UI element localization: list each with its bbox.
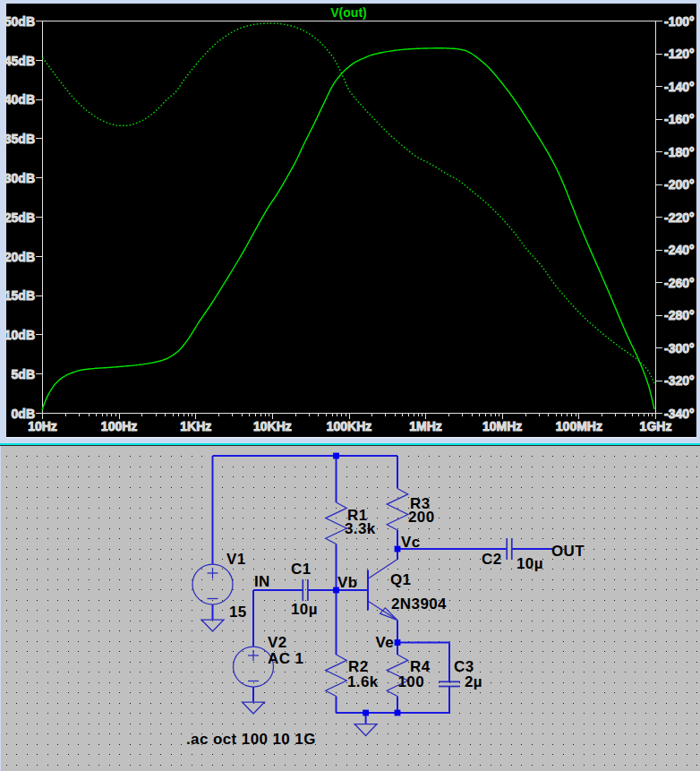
svg-text:100: 100 bbox=[398, 673, 425, 690]
svg-text:-200°: -200° bbox=[664, 177, 695, 192]
svg-text:IN: IN bbox=[254, 573, 270, 590]
svg-text:100Hz: 100Hz bbox=[101, 419, 137, 433]
svg-text:1GHz: 1GHz bbox=[640, 419, 672, 433]
svg-text:40dB: 40dB bbox=[4, 92, 35, 107]
svg-text:2µ: 2µ bbox=[465, 673, 482, 690]
svg-text:OUT: OUT bbox=[551, 543, 585, 560]
svg-text:3.3k: 3.3k bbox=[345, 520, 376, 537]
svg-text:10Hz: 10Hz bbox=[28, 419, 57, 433]
svg-text:C1: C1 bbox=[291, 561, 312, 578]
svg-text:-120°: -120° bbox=[664, 47, 695, 61]
svg-text:35dB: 35dB bbox=[4, 132, 35, 146]
svg-text:10KHz: 10KHz bbox=[253, 419, 292, 433]
svg-text:10µ: 10µ bbox=[291, 601, 318, 618]
svg-text:100KHz: 100KHz bbox=[327, 419, 372, 433]
svg-text:-140°: -140° bbox=[664, 80, 695, 94]
svg-text:10MHz: 10MHz bbox=[482, 419, 522, 433]
svg-text:15: 15 bbox=[229, 604, 247, 621]
svg-text:V(out): V(out) bbox=[330, 5, 366, 20]
svg-text:5dB: 5dB bbox=[12, 367, 35, 381]
svg-text:1.6k: 1.6k bbox=[347, 673, 379, 690]
svg-text:50dB: 50dB bbox=[4, 14, 35, 29]
svg-text:1KHz: 1KHz bbox=[180, 419, 211, 433]
svg-text:Vb: Vb bbox=[337, 574, 358, 591]
svg-text:AC 1: AC 1 bbox=[268, 650, 303, 667]
svg-text:20dB: 20dB bbox=[4, 250, 35, 264]
svg-text:1MHz: 1MHz bbox=[409, 419, 442, 433]
svg-text:Ve: Ve bbox=[376, 634, 395, 651]
svg-text:25dB: 25dB bbox=[4, 210, 35, 225]
svg-text:Vc: Vc bbox=[401, 534, 421, 551]
svg-text:V1: V1 bbox=[226, 551, 246, 568]
svg-text:10dB: 10dB bbox=[4, 328, 35, 342]
svg-text:-220°: -220° bbox=[664, 210, 695, 225]
svg-text:30dB: 30dB bbox=[4, 171, 35, 185]
svg-text:15dB: 15dB bbox=[4, 288, 35, 303]
svg-text:-300°: -300° bbox=[664, 341, 695, 356]
svg-text:-180°: -180° bbox=[664, 145, 695, 159]
svg-text:200: 200 bbox=[408, 509, 435, 526]
svg-text:10µ: 10µ bbox=[516, 555, 543, 572]
svg-text:.ac oct 100 10 1G: .ac oct 100 10 1G bbox=[186, 731, 316, 748]
svg-text:V2: V2 bbox=[268, 634, 287, 651]
svg-text:45dB: 45dB bbox=[4, 54, 35, 68]
svg-text:-160°: -160° bbox=[664, 112, 695, 126]
svg-text:2N3904: 2N3904 bbox=[391, 595, 447, 613]
svg-text:-280°: -280° bbox=[664, 308, 695, 322]
svg-text:-260°: -260° bbox=[664, 276, 695, 290]
svg-text:-240°: -240° bbox=[664, 243, 695, 257]
svg-text:C2: C2 bbox=[482, 551, 502, 568]
svg-text:100MHz: 100MHz bbox=[556, 419, 602, 433]
svg-text:-320°: -320° bbox=[664, 373, 695, 388]
svg-text:-100°: -100° bbox=[664, 14, 695, 29]
svg-text:Q1: Q1 bbox=[390, 571, 411, 588]
